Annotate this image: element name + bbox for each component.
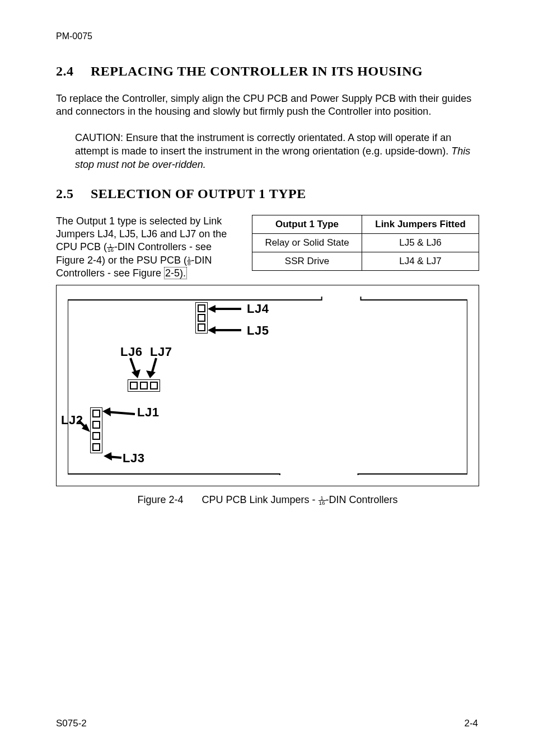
two-column-row: The Output 1 type is selected by Link Ju… (56, 215, 479, 280)
frac-1-8: 18 (187, 256, 191, 266)
td-type-0: Relay or Solid State (252, 233, 362, 252)
figure-text-b: -DIN Controllers (326, 494, 398, 505)
output-table-wrap: Output 1 Type Link Jumpers Fitted Relay … (252, 215, 479, 271)
pad (92, 410, 100, 417)
pad (198, 323, 205, 331)
table-row: SSR Drive LJ4 & LJ7 (252, 252, 479, 270)
label-lj5: LJ5 (247, 323, 269, 338)
td-jumpers-1: LJ4 & LJ7 (362, 252, 479, 270)
label-lj1: LJ1 (137, 405, 159, 420)
svg-marker-7 (146, 370, 156, 378)
th-jumpers: Link Jumpers Fitted (362, 215, 479, 233)
svg-line-6 (152, 358, 156, 374)
pad (92, 432, 100, 440)
heading-2-4-num: 2.4 (56, 64, 91, 79)
svg-line-10 (107, 412, 135, 414)
doc-id: PM-0075 (56, 31, 479, 41)
svg-marker-1 (208, 305, 216, 313)
arrow-lj3 (104, 452, 124, 462)
svg-marker-3 (208, 326, 216, 334)
pad (150, 382, 158, 389)
footer-left: S075-2 (56, 718, 87, 729)
td-type-1: SSR Drive (252, 252, 362, 270)
link-fig-2-5[interactable]: 2-5). (164, 267, 187, 279)
pad (92, 443, 100, 451)
td-jumpers-0: LJ5 & LJ6 (362, 233, 479, 252)
th-output-type: Output 1 Type (252, 215, 362, 233)
page: PM-0075 2.4REPLACING THE CONTROLLER IN I… (0, 0, 534, 756)
arrows-lj6-lj7 (124, 357, 168, 381)
pads-lj4-lj5 (195, 302, 208, 334)
figure-2-4-box: LJ4 LJ5 LJ6 LJ7 LJ2 LJ1 (56, 285, 479, 486)
footer: S075-2 2-4 (56, 718, 478, 729)
footer-right: 2-4 (464, 718, 478, 729)
heading-2-5: 2.5SELECTION OF OUTPUT 1 TYPE (56, 186, 479, 201)
svg-marker-13 (104, 452, 112, 461)
paragraph-2-4: To replace the Controller, simply align … (56, 92, 479, 119)
pads-lj6-lj7 (128, 379, 160, 392)
heading-2-5-title: SELECTION OF OUTPUT 1 TYPE (91, 186, 306, 201)
pad (198, 314, 205, 322)
label-lj4: LJ4 (247, 302, 269, 316)
heading-2-5-num: 2.5 (56, 186, 91, 201)
pad (92, 421, 100, 429)
arrow-lj2 (78, 419, 92, 435)
pad (130, 382, 138, 389)
figure-text-a: CPU PCB Link Jumpers - (202, 494, 318, 505)
arrow-lj1 (101, 407, 137, 419)
intro-text-2-5: The Output 1 type is selected by Link Ju… (56, 215, 241, 280)
svg-marker-11 (102, 407, 111, 416)
heading-2-4: 2.4REPLACING THE CONTROLLER IN ITS HOUSI… (56, 64, 479, 79)
frac-1-16-b: 116 (318, 496, 326, 505)
frac-1-16-a: 116 (107, 243, 114, 253)
label-lj3: LJ3 (123, 451, 144, 466)
pad (140, 382, 148, 389)
figure-2-4-caption: Figure 2-4 CPU PCB Link Jumpers - 116-DI… (56, 494, 479, 506)
heading-2-4-title: REPLACING THE CONTROLLER IN ITS HOUSING (91, 64, 423, 78)
pad (198, 304, 205, 312)
table-row: Relay or Solid State LJ5 & LJ6 (252, 233, 479, 252)
output-table: Output 1 Type Link Jumpers Fitted Relay … (252, 215, 479, 271)
caution-2-4: CAUTION: Ensure that the instrument is c… (75, 131, 474, 172)
caution-text: CAUTION: Ensure that the instrument is c… (75, 132, 451, 157)
figure-label: Figure 2-4 (137, 494, 183, 506)
arrow-lj4-lj5 (208, 303, 247, 337)
